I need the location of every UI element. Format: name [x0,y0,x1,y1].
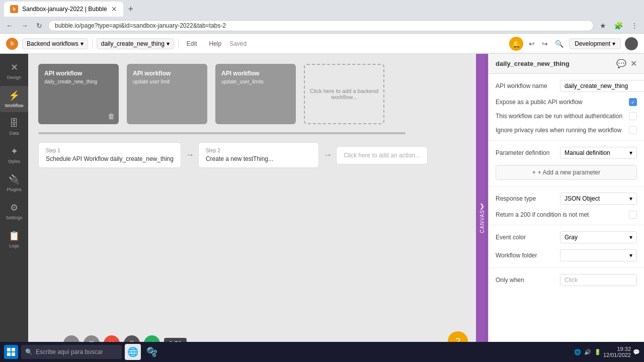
canvas-content: API workflow daily_create_new_thing 🗑 AP… [28,54,476,178]
workflow-card-update-user-limit[interactable]: API workflow update user limit [127,64,207,124]
workflow-folder-label: Workflow folder [496,252,556,259]
settings-label: Settings [6,215,23,220]
taskbar-bubble-app[interactable]: 🫧 [144,344,160,360]
add-param-label: + Add a new parameter [538,169,600,176]
development-select[interactable]: Development ▾ [569,38,621,49]
workflow-select-label: daily_create_new_thing [101,40,165,47]
data-icon: 🗄 [10,118,19,129]
only-when-placeholder: Click [565,277,578,284]
taskbar-search[interactable]: 🔍 Escribe aquí para buscar [21,345,122,359]
styles-icon: ✦ [11,146,18,157]
sidebar-item-design[interactable]: ✕ Design [0,58,28,84]
step-1-content: Schedule API Workflow daily_create_new_t… [46,155,174,162]
data-label: Data [9,131,19,136]
notification-btn[interactable]: 🔔 [509,37,523,51]
start-button[interactable] [4,345,18,359]
sidebar-item-settings[interactable]: ⚙ Settings [0,198,28,224]
step-2-box[interactable]: Step 2 Create a new testThing... [198,142,319,168]
help-button[interactable]: Help [205,38,226,49]
expose-checkbox[interactable]: ✓ [629,98,637,106]
add-param-btn[interactable]: + + Add a new parameter [496,165,637,180]
response-type-chevron: ▾ [629,195,632,202]
param-def-label: Parameter definition [496,149,556,156]
edit-button[interactable]: Edit [183,38,201,49]
nav-refresh-btn[interactable]: ↻ [34,21,44,31]
step-1-box[interactable]: Step 1 Schedule API Workflow daily_creat… [38,142,181,168]
response-type-value: JSON Object [565,195,600,202]
workflow-card-daily[interactable]: API workflow daily_create_new_thing 🗑 [38,64,119,124]
plugins-label: Plugins [7,187,22,192]
notification-area-icon[interactable]: 💬 [633,349,640,355]
address-bar[interactable]: bubble.io/page?type=api&id=sandbox-janua… [48,20,594,31]
taskbar-clock[interactable]: 19:32 12/01/2022 [603,346,631,358]
backend-workflows-select[interactable]: Backend workflows ▾ [22,38,88,49]
browser-tab[interactable]: b Sandbox-january-2022 | Bubble ✕ [4,2,123,17]
toolbar-divider-1 [92,39,93,49]
add-workflow-text: Click here to add a backend workflow... [305,88,383,100]
only-when-input[interactable]: Click [560,274,637,286]
design-label: Design [7,75,21,80]
return-200-checkbox[interactable] [629,211,637,219]
sidebar-item-logs[interactable]: 📋 Logs [0,226,28,252]
tab-label: Sandbox-january-2022 | Bubble [22,6,107,13]
panel-separator-3 [489,225,644,225]
add-workflow-placeholder[interactable]: Click here to add a backend workflow... [304,64,384,124]
sidebar-item-plugins[interactable]: 🔌 Plugins [0,170,28,196]
card-3-name: update_user_limits [221,79,290,84]
search-btn[interactable]: 🔍 [553,38,565,49]
development-chevron: ▾ [612,40,615,47]
panel-close-btn[interactable]: ✕ [630,59,637,68]
card-1-delete-icon[interactable]: 🗑 [108,112,115,120]
svg-rect-0 [7,348,11,351]
new-tab-button[interactable]: + [126,2,136,17]
workflow-card-update-user-limits[interactable]: API workflow update_user_limits [215,64,296,124]
extensions-icon[interactable]: 🧩 [612,21,625,31]
navigation-bar: ← → ↻ bubble.io/page?type=api&id=sandbox… [0,18,644,34]
workflow-folder-select[interactable]: ▾ [560,249,637,261]
no-auth-label: This workflow can be run without authent… [496,113,625,120]
param-def-select[interactable]: Manual definition ▾ [560,147,637,159]
workflow-folder-chevron: ▾ [629,252,632,259]
response-type-select[interactable]: JSON Object ▾ [560,193,637,205]
canvas-strip[interactable]: ❯ CANVAS [476,54,488,362]
sidebar-item-styles[interactable]: ✦ Styles [0,142,28,168]
svg-rect-2 [7,352,11,356]
step-arrow-2: → [319,150,336,160]
undo-btn[interactable]: ↩ [527,38,536,49]
canvas-area: API workflow daily_create_new_thing 🗑 AP… [28,54,476,362]
add-action-placeholder[interactable]: Click here to add an action... [336,146,428,164]
panel-separator-2 [489,186,644,187]
ignore-privacy-checkbox[interactable] [629,126,637,134]
panel-comment-icon[interactable]: 💬 [616,59,626,68]
taskbar: 🔍 Escribe aquí para buscar 🌐 🫧 🌐 🔊 🔋 19:… [0,342,644,362]
taskbar-time: 19:32 [603,346,631,352]
bookmark-icon[interactable]: ★ [598,21,608,31]
menu-icon[interactable]: ⋮ [629,21,640,31]
bubble-icon: 🫧 [146,346,157,357]
toolbar-right: 🔔 ↩ ↪ 🔍 Development ▾ [509,37,638,51]
panel-header-icons: 💬 ✕ [616,59,637,68]
tab-close-btn[interactable]: ✕ [111,5,117,13]
backend-workflows-label: Backend workflows [27,40,78,47]
app-toolbar: b Backend workflows ▾ daily_create_new_t… [0,34,644,54]
nav-back-btn[interactable]: ← [4,21,15,31]
browser-chrome: b Sandbox-january-2022 | Bubble ✕ + [0,0,644,18]
workflow-select[interactable]: daily_create_new_thing ▾ [97,38,174,49]
param-def-row: Parameter definition Manual definition ▾ [496,147,637,159]
sidebar-item-data[interactable]: 🗄 Data [0,114,28,140]
svg-rect-1 [12,348,15,351]
event-color-row: Event color Gray ▾ [496,231,637,243]
battery-icon: 🔋 [594,349,601,355]
sound-icon: 🔊 [584,349,591,355]
development-label: Development [575,40,610,47]
sidebar-item-workflow[interactable]: ⚡ Workflow [0,86,28,112]
redo-btn[interactable]: ↪ [540,38,549,49]
event-color-chevron: ▾ [629,234,632,241]
backend-workflows-chevron: ▾ [80,40,84,47]
user-avatar[interactable] [625,37,638,50]
api-name-input[interactable] [560,80,644,92]
taskbar-chrome-app[interactable]: 🌐 [125,344,141,360]
event-color-select[interactable]: Gray ▾ [560,231,637,243]
nav-forward-btn[interactable]: → [19,21,30,31]
no-auth-checkbox[interactable] [629,112,637,120]
